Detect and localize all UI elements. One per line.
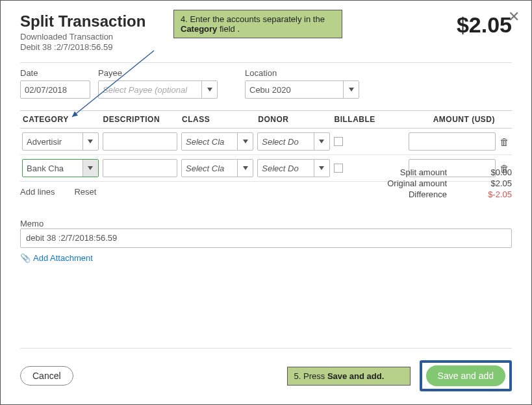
col-category: CATEGORY [20, 111, 101, 129]
date-label: Date [20, 68, 90, 78]
chevron-down-icon[interactable] [82, 160, 98, 177]
cancel-button[interactable]: Cancel [20, 366, 73, 386]
page-subtitle: Downloaded Transaction [20, 32, 146, 42]
chevron-down-icon[interactable] [314, 160, 329, 177]
table-row: Advertisir Select Cla Select Do 🗑 [20, 129, 512, 155]
memo-input[interactable]: debit 38 :2/7/2018:56.59 [20, 228, 512, 248]
add-lines-link[interactable]: Add lines [20, 187, 55, 201]
col-billable: BILLABLE [332, 111, 407, 129]
description-input[interactable] [103, 132, 177, 151]
trash-icon[interactable]: 🗑 [500, 136, 509, 147]
page-subline: Debit 38 :2/7/2018:56.59 [20, 42, 146, 52]
chevron-down-icon[interactable] [237, 133, 253, 150]
col-class: CLASS [179, 111, 255, 129]
header-amount: $2.05 [457, 12, 512, 38]
chevron-down-icon[interactable] [237, 160, 253, 177]
add-attachment-link[interactable]: Add Attachment [33, 253, 93, 263]
billable-checkbox[interactable] [334, 164, 343, 173]
category-select[interactable]: Bank Cha [22, 159, 99, 177]
reset-link[interactable]: Reset [74, 187, 96, 201]
hint-step5: 5. Press Save and add. [287, 367, 411, 386]
payee-select[interactable]: Select Payee (optional [98, 80, 218, 99]
category-select[interactable]: Advertisir [22, 132, 99, 151]
amount-input[interactable] [409, 132, 496, 151]
location-select[interactable]: Cebu 2020 [245, 80, 359, 99]
original-amount-value: $2.05 [473, 178, 512, 188]
memo-label: Memo [20, 219, 512, 228]
description-input[interactable] [103, 159, 177, 177]
save-and-add-button[interactable]: Save and add [426, 365, 505, 386]
donor-select[interactable]: Select Do [257, 159, 329, 177]
chevron-down-icon[interactable] [201, 81, 217, 98]
original-amount-label: Original amount [343, 178, 447, 188]
date-input[interactable]: 02/07/2018 [20, 80, 90, 99]
split-amount-label: Split amount [343, 167, 447, 177]
col-description: DESCRIPTION [101, 111, 179, 129]
chevron-down-icon[interactable] [314, 133, 329, 150]
page-title: Split Transaction [20, 12, 146, 31]
class-select[interactable]: Select Cla [181, 132, 253, 151]
col-donor: DONOR [255, 111, 331, 129]
class-select[interactable]: Select Cla [181, 159, 253, 177]
difference-label: Difference [343, 190, 447, 199]
chevron-down-icon[interactable] [82, 133, 98, 150]
difference-value: $-2.05 [473, 190, 512, 199]
donor-select[interactable]: Select Do [257, 132, 329, 151]
chevron-down-icon[interactable] [343, 81, 359, 98]
attachment-icon: 📎 [20, 253, 31, 263]
hint-step4: 4. Enter the accounts separately in the … [173, 10, 342, 38]
col-amount: AMOUNT (USD) [407, 111, 498, 129]
billable-checkbox[interactable] [334, 137, 343, 146]
payee-label: Payee [98, 68, 218, 78]
split-amount-value: $0.00 [473, 167, 512, 177]
location-label: Location [245, 68, 359, 78]
